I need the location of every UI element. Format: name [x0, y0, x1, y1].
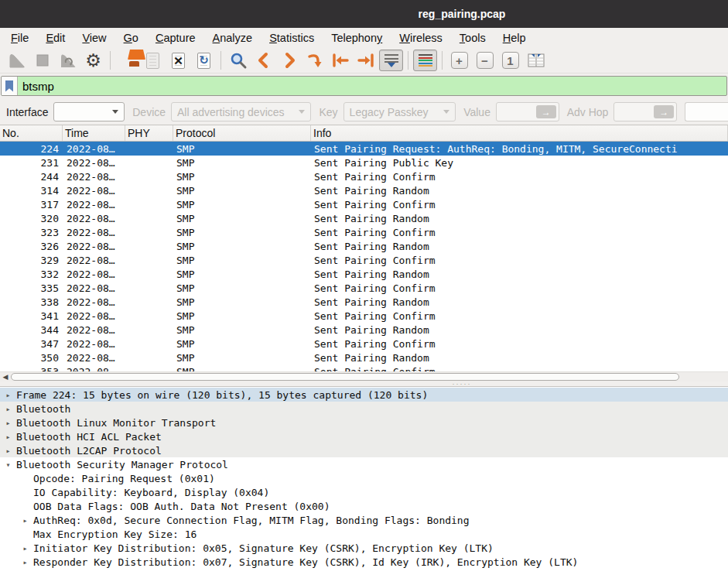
find-packet-button[interactable] [226, 50, 250, 71]
go-forward-button[interactable] [277, 50, 301, 71]
detail-row-0[interactable]: ▸Frame 224: 15 bytes on wire (120 bits),… [0, 388, 728, 402]
detail-row-10[interactable]: Max Encryption Key Size: 16 [0, 527, 728, 541]
detail-row-1[interactable]: ▸Bluetooth [0, 402, 728, 416]
packet-row-350[interactable]: 3502022-08…SMPSent Pairing Random [0, 351, 728, 364]
cell-info: Sent Pairing Confirm [311, 310, 728, 322]
filter-bookmark-button[interactable] [2, 77, 18, 95]
packet-row-231[interactable]: 2312022-08…SMPSent Pairing Public Key [0, 156, 728, 169]
menu-edit[interactable]: Edit [37, 29, 73, 46]
autoscroll-button[interactable] [379, 50, 403, 71]
menu-statistics[interactable]: Statistics [261, 29, 323, 46]
detail-text: Bluetooth HCI ACL Packet [14, 431, 162, 443]
go-back-button[interactable] [251, 50, 275, 71]
detail-row-3[interactable]: ▸Bluetooth HCI ACL Packet [0, 429, 728, 443]
packet-row-344[interactable]: 3442022-08…SMPSent Pairing Random [0, 323, 728, 337]
collapsed-arrow-icon[interactable]: ▸ [2, 433, 14, 441]
packet-row-338[interactable]: 3382022-08…SMPSent Pairing Random [0, 295, 728, 309]
column-header-phy[interactable]: PHY [125, 125, 173, 141]
cell-no: 347 [0, 338, 63, 350]
collapsed-arrow-icon[interactable]: ▸ [19, 516, 31, 525]
packet-row-329[interactable]: 3292022-08…SMPSent Pairing Confirm [0, 253, 728, 267]
menu-file[interactable]: File [2, 29, 37, 46]
packet-details-pane: ▸Frame 224: 15 bytes on wire (120 bits),… [0, 386, 728, 585]
collapsed-arrow-icon[interactable]: ▸ [19, 544, 31, 552]
packet-row-347[interactable]: 3472022-08…SMPSent Pairing Confirm [0, 337, 728, 351]
interface-combobox[interactable] [53, 102, 125, 121]
detail-text: Initiator Key Distribution: 0x05, Signat… [31, 542, 494, 554]
menu-help[interactable]: Help [494, 29, 535, 46]
column-header-protocol[interactable]: Protocol [173, 125, 311, 141]
detail-row-7[interactable]: IO Capability: Keyboard, Display (0x04) [0, 485, 728, 499]
column-header-time[interactable]: Time [63, 125, 125, 141]
detail-text: Bluetooth Linux Monitor Transport [14, 417, 216, 429]
toolbar-separator [408, 51, 408, 70]
reload-file-button[interactable]: ↻ [192, 50, 216, 71]
expanded-arrow-icon[interactable]: ▾ [2, 460, 14, 469]
pane-splitter[interactable]: ····· [0, 381, 728, 386]
h-scrollbar[interactable]: ◀ [0, 371, 728, 381]
toolbar-separator [220, 51, 221, 70]
cell-proto: SMP [173, 171, 311, 183]
menu-go[interactable]: Go [115, 29, 147, 46]
resize-columns-button[interactable] [524, 50, 548, 71]
cell-time: 2022-08… [63, 282, 125, 294]
chevron-down-icon [112, 110, 118, 114]
packet-row-224[interactable]: 2242022-08…SMPSent Pairing Request: Auth… [0, 142, 728, 156]
detail-row-9[interactable]: ▸AuthReq: 0x0d, Secure Connection Flag, … [0, 513, 728, 527]
colorize-button[interactable] [413, 50, 437, 71]
detail-text: Max Encryption Key Size: 16 [31, 529, 197, 540]
h-scrollbar-thumb[interactable] [11, 373, 679, 381]
detail-row-11[interactable]: ▸Initiator Key Distribution: 0x05, Signa… [0, 541, 728, 555]
zoom-in-button[interactable]: + [447, 50, 471, 71]
open-file-button[interactable] [115, 50, 139, 71]
cell-proto: SMP [173, 241, 311, 252]
column-header-info[interactable]: Info [311, 125, 728, 141]
scroll-left-arrow-icon[interactable]: ◀ [1, 372, 10, 381]
menu-view[interactable]: View [73, 29, 114, 46]
capture-options-button[interactable]: ⚙ [81, 50, 105, 71]
menu-analyze[interactable]: Analyze [204, 29, 261, 46]
cell-proto: SMP [173, 185, 311, 197]
detail-row-5[interactable]: ▾Bluetooth Security Manager Protocol [0, 457, 728, 471]
chevron-down-icon [299, 110, 305, 114]
cell-time: 2022-08… [63, 255, 125, 266]
menu-telephony[interactable]: Telephony [323, 29, 391, 46]
menu-capture[interactable]: Capture [147, 29, 204, 46]
key-combobox-value: Legacy Passkey [350, 106, 429, 118]
collapsed-arrow-icon[interactable]: ▸ [2, 446, 14, 455]
close-file-button[interactable]: ✕ [166, 50, 190, 71]
go-to-packet-button[interactable] [302, 50, 326, 71]
packet-row-323[interactable]: 3232022-08…SMPSent Pairing Confirm [0, 225, 728, 239]
colorize-icon [419, 54, 432, 67]
display-filter-input[interactable]: btsmp [1, 76, 727, 96]
collapsed-arrow-icon[interactable]: ▸ [2, 391, 14, 399]
packet-row-335[interactable]: 3352022-08…SMPSent Pairing Confirm [0, 281, 728, 295]
collapsed-arrow-icon[interactable]: ▸ [19, 558, 31, 566]
packet-row-341[interactable]: 3412022-08…SMPSent Pairing Confirm [0, 309, 728, 323]
packet-row-317[interactable]: 3172022-08…SMPSent Pairing Confirm [0, 197, 728, 211]
cell-proto: SMP [173, 213, 311, 224]
menu-wireless[interactable]: Wireless [391, 29, 451, 46]
detail-row-2[interactable]: ▸Bluetooth Linux Monitor Transport [0, 416, 728, 429]
packet-row-332[interactable]: 3322022-08…SMPSent Pairing Random [0, 267, 728, 281]
packet-row-244[interactable]: 2442022-08…SMPSent Pairing Confirm [0, 169, 728, 183]
collapsed-arrow-icon[interactable]: ▸ [2, 405, 14, 413]
packet-row-326[interactable]: 3262022-08…SMPSent Pairing Random [0, 239, 728, 253]
go-first-button[interactable] [328, 50, 352, 71]
cell-proto: SMP [173, 227, 311, 238]
zoom-out-button[interactable]: − [473, 50, 497, 71]
packet-row-314[interactable]: 3142022-08…SMPSent Pairing Random [0, 183, 728, 197]
cell-info: Sent Pairing Confirm [311, 171, 728, 183]
zoom-100-button[interactable]: 1 [498, 50, 522, 71]
collapsed-arrow-icon[interactable]: ▸ [2, 419, 14, 427]
packet-row-320[interactable]: 3202022-08…SMPSent Pairing Random [0, 211, 728, 225]
packet-row-353[interactable]: 3532022-08…SMPSent Pairing Confirm [0, 364, 728, 371]
detail-row-12[interactable]: ▸Responder Key Distribution: 0x07, Signa… [0, 555, 728, 569]
go-last-button[interactable] [354, 50, 378, 71]
zoom-100-icon: 1 [502, 52, 519, 69]
detail-row-4[interactable]: ▸Bluetooth L2CAP Protocol [0, 443, 728, 457]
column-header-no[interactable]: No. [0, 125, 63, 141]
detail-row-6[interactable]: Opcode: Pairing Request (0x01) [0, 471, 728, 485]
menu-tools[interactable]: Tools [451, 29, 494, 46]
detail-row-8[interactable]: OOB Data Flags: OOB Auth. Data Not Prese… [0, 499, 728, 513]
